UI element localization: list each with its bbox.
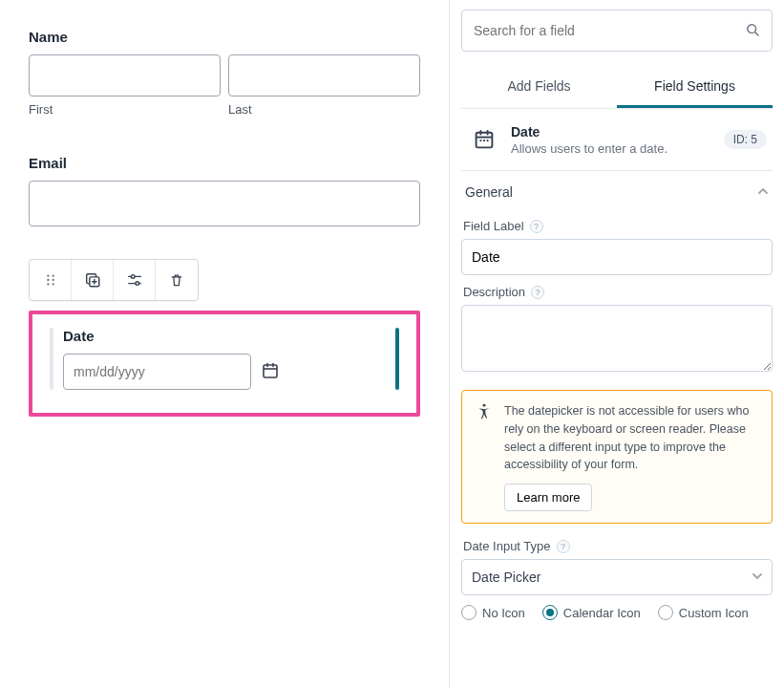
radio-calendar-icon-label: Calendar Icon [563, 606, 641, 620]
section-general-label: General [465, 184, 513, 200]
radio-calendar-icon[interactable]: Calendar Icon [542, 605, 641, 620]
duplicate-icon [84, 271, 101, 289]
description-textarea[interactable] [461, 305, 773, 372]
email-field-block: Email [29, 155, 420, 226]
field-id-badge: ID: 5 [724, 130, 767, 149]
icon-type-radio-group: No Icon Calendar Icon Custom Icon [461, 605, 773, 620]
tab-field-settings[interactable]: Field Settings [617, 67, 773, 108]
field-toolbar [29, 259, 199, 301]
field-accent [395, 328, 399, 390]
field-header: Date Allows users to enter a date. ID: 5 [461, 109, 773, 171]
drag-handle[interactable] [30, 260, 72, 300]
search-input[interactable] [474, 23, 745, 38]
svg-point-11 [748, 24, 756, 32]
date-input[interactable] [63, 354, 251, 390]
svg-rect-10 [264, 365, 277, 377]
search-field-wrap[interactable] [461, 10, 773, 52]
radio-custom-icon-label: Custom Icon [679, 606, 749, 620]
date-label: Date [63, 328, 386, 344]
accessibility-notice: The datepicker is not accessible for use… [461, 390, 773, 524]
svg-point-5 [52, 283, 53, 285]
field-label-label: Field Label ? [463, 219, 771, 233]
duplicate-button[interactable] [72, 260, 114, 300]
notice-text: The datepicker is not accessible for use… [504, 402, 758, 474]
name-label: Name [29, 29, 420, 45]
sidebar-tabs: Add Fields Field Settings [461, 67, 773, 109]
help-icon[interactable]: ? [531, 286, 544, 299]
date-input-type-label: Date Input Type ? [463, 539, 771, 553]
radio-custom-icon[interactable]: Custom Icon [658, 605, 749, 620]
date-input-type-select[interactable]: Date Picker [461, 559, 773, 595]
delete-button[interactable] [156, 260, 198, 300]
svg-point-14 [483, 140, 485, 141]
trash-icon [169, 272, 184, 288]
svg-point-9 [135, 282, 138, 286]
description-label: Description ? [463, 285, 771, 299]
svg-point-13 [479, 140, 481, 141]
name-field-block: Name First Last [29, 29, 420, 117]
field-label-input[interactable] [461, 239, 773, 275]
accessibility-icon [476, 402, 493, 511]
settings-button[interactable] [114, 260, 156, 300]
last-name-input[interactable] [228, 54, 420, 97]
svg-point-1 [52, 274, 53, 276]
svg-point-0 [47, 274, 49, 276]
radio-no-icon-label: No Icon [482, 606, 525, 620]
settings-sidebar: Add Fields Field Settings Date Allows us… [449, 0, 784, 688]
section-general-header[interactable]: General [461, 171, 773, 209]
chevron-up-icon [757, 184, 769, 200]
form-canvas: Name First Last Email [0, 0, 449, 688]
svg-point-2 [47, 279, 49, 281]
svg-point-8 [131, 275, 135, 279]
calendar-icon [473, 128, 496, 151]
field-type-icon [467, 122, 501, 157]
tab-add-fields[interactable]: Add Fields [461, 67, 617, 108]
help-icon[interactable]: ? [557, 540, 570, 553]
radio-no-icon[interactable]: No Icon [461, 605, 525, 620]
drag-icon [44, 273, 57, 287]
svg-point-16 [483, 404, 486, 407]
svg-point-4 [47, 283, 49, 285]
email-label: Email [29, 155, 420, 171]
svg-point-15 [487, 140, 489, 141]
help-icon[interactable]: ? [530, 220, 543, 233]
email-input[interactable] [29, 181, 420, 226]
field-header-desc: Allows users to enter a date. [511, 141, 724, 156]
calendar-icon[interactable] [261, 361, 280, 383]
first-name-input[interactable] [29, 54, 221, 97]
svg-point-3 [52, 279, 53, 281]
selected-date-field[interactable]: Date [29, 311, 420, 417]
first-sublabel: First [29, 102, 221, 117]
last-sublabel: Last [228, 102, 420, 117]
sliders-icon [126, 271, 143, 289]
field-grip[interactable] [50, 328, 53, 390]
learn-more-button[interactable]: Learn more [504, 484, 592, 511]
field-header-title: Date [511, 124, 724, 140]
search-icon [745, 22, 760, 40]
